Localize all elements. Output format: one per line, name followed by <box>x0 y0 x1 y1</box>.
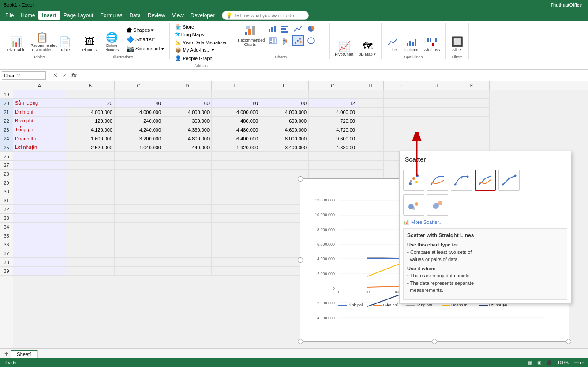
row-21[interactable]: 21 <box>0 108 13 117</box>
pivot-chart-button[interactable]: 📈 PivotChart <box>333 41 355 57</box>
cell-j22[interactable] <box>419 117 454 125</box>
menu-data[interactable]: Data <box>126 11 144 20</box>
menu-developer[interactable]: Developer <box>187 11 218 20</box>
visio-button[interactable]: 📐 Visio Data Visualizer <box>173 38 228 46</box>
cell-g24[interactable]: 9.600.00 <box>309 134 357 143</box>
cell-c22[interactable]: 240.000 <box>115 117 163 125</box>
scatter-straight-markers-button[interactable] <box>498 170 520 191</box>
row-33[interactable]: 33 <box>0 214 13 223</box>
cell-d20[interactable]: 60 <box>163 99 212 108</box>
resize-handle-bl[interactable] <box>298 339 303 344</box>
menu-formulas[interactable]: Formulas <box>97 11 126 20</box>
zoom-slider[interactable]: ━━●━ <box>574 360 584 365</box>
line-sparkline-button[interactable]: Line <box>385 36 401 53</box>
hierarchy-chart-button[interactable] <box>266 35 279 46</box>
screenshot-button[interactable]: 📷 Screenshot ▾ <box>125 44 166 53</box>
formula-input[interactable] <box>80 71 586 80</box>
cell-a26[interactable] <box>13 152 66 161</box>
fx-button[interactable]: fx <box>70 72 78 79</box>
scatter-straight-button[interactable] <box>475 170 496 191</box>
row-39[interactable]: 39 <box>0 267 13 276</box>
cell-k19[interactable] <box>454 90 490 99</box>
cell-h19[interactable] <box>357 90 384 99</box>
cell-b24[interactable]: 1.600.000 <box>66 134 115 143</box>
cell-g23[interactable]: 4.720.00 <box>309 125 357 134</box>
cell-a23[interactable]: Tổng phí <box>13 125 66 134</box>
cell-a20[interactable]: Sản lượng <box>13 99 66 108</box>
cell-e20[interactable]: 80 <box>212 99 260 108</box>
scatter-chart-button[interactable] <box>292 35 304 46</box>
cell-c23[interactable]: 4.240.000 <box>115 125 163 134</box>
more-scatter-link[interactable]: 📊 More Scatter... <box>403 219 567 225</box>
bubble-button[interactable] <box>403 194 424 216</box>
row-27[interactable]: 27 <box>0 161 13 170</box>
shapes-button[interactable]: ⬟ Shapes ▾ <box>125 26 166 34</box>
cell-a21[interactable]: Định phí <box>13 108 66 117</box>
tell-me-input[interactable] <box>234 13 305 18</box>
cell-e25[interactable]: 1.920.000 <box>212 143 260 152</box>
cell-g21[interactable]: 4.000.00 <box>309 108 357 117</box>
view-normal[interactable]: ▦ <box>528 360 532 365</box>
cell-j21[interactable] <box>419 108 454 117</box>
cell-k24[interactable] <box>454 134 490 143</box>
col-header-a[interactable]: A <box>13 81 66 90</box>
recommended-pivot-button[interactable]: 📋 Recommended PivotTables <box>29 32 56 53</box>
col-header-f[interactable]: F <box>260 81 309 90</box>
cell-h22[interactable] <box>357 117 384 125</box>
cell-a24[interactable]: Doanh thu <box>13 134 66 143</box>
cell-c26[interactable] <box>115 152 163 161</box>
cell-c21[interactable]: 4.000.000 <box>115 108 163 117</box>
cell-f23[interactable]: 4.600.000 <box>260 125 309 134</box>
cell-i20[interactable] <box>384 99 419 108</box>
winloss-sparkline-button[interactable]: Win/Loss <box>422 36 442 53</box>
column-sparkline-button[interactable]: Column <box>403 36 420 53</box>
cell-k23[interactable] <box>454 125 490 134</box>
bubble-3d-button[interactable] <box>427 194 448 216</box>
stats-chart-button[interactable] <box>279 35 292 46</box>
recommended-charts-button[interactable]: Recommended Charts <box>236 23 264 48</box>
cell-h21[interactable] <box>357 108 384 117</box>
cell-j19[interactable] <box>419 90 454 99</box>
menu-page-layout[interactable]: Page Layout <box>60 11 97 20</box>
row-28[interactable]: 28 <box>0 170 13 178</box>
col-header-d[interactable]: D <box>163 81 212 90</box>
cell-g25[interactable]: 4.880.00 <box>309 143 357 152</box>
waterfall-chart-button[interactable] <box>305 35 317 46</box>
pivot-table-button[interactable]: 📊 PivotTable <box>5 36 27 53</box>
store-button[interactable]: 🏪 Store <box>173 23 228 30</box>
scatter-smooth-markers-button[interactable] <box>451 170 472 191</box>
col-header-i[interactable]: I <box>384 81 419 90</box>
menu-home[interactable]: Home <box>17 11 38 20</box>
pie-chart-button[interactable] <box>305 23 317 34</box>
cell-a19[interactable] <box>13 90 66 99</box>
cell-h26[interactable] <box>357 152 384 161</box>
menu-insert[interactable]: Insert <box>38 11 60 20</box>
cell-d23[interactable]: 4.360.000 <box>163 125 212 134</box>
row-30[interactable]: 30 <box>0 187 13 196</box>
col-header-k[interactable]: K <box>454 81 490 90</box>
cell-c20[interactable]: 40 <box>115 99 163 108</box>
cell-h20[interactable] <box>357 99 384 108</box>
menu-file[interactable]: File <box>2 11 17 20</box>
resize-handle-br[interactable] <box>566 339 571 344</box>
cell-f21[interactable]: 4.000.000 <box>260 108 309 117</box>
3d-map-button[interactable]: 🗺 3D Map ▾ <box>357 41 378 57</box>
row-19[interactable]: 19 <box>0 90 13 99</box>
view-layout[interactable]: ▣ <box>537 360 541 365</box>
cell-f20[interactable]: 100 <box>260 99 309 108</box>
cell-d22[interactable]: 360.000 <box>163 117 212 125</box>
column-chart-button[interactable] <box>266 23 279 34</box>
cancel-formula-button[interactable]: ✕ <box>52 72 59 79</box>
cell-b23[interactable]: 4.120.000 <box>66 125 115 134</box>
table-button[interactable]: 📄 Table <box>57 36 73 53</box>
row-37[interactable]: 37 <box>0 249 13 258</box>
cell-c19[interactable] <box>115 90 163 99</box>
cell-e26[interactable] <box>212 152 260 161</box>
name-box[interactable] <box>2 71 46 80</box>
cell-i19[interactable] <box>384 90 419 99</box>
people-graph-button[interactable]: 👤 People Graph <box>173 54 228 62</box>
cell-e21[interactable]: 4.000.000 <box>212 108 260 117</box>
cell-f25[interactable]: 3.400.000 <box>260 143 309 152</box>
cell-b21[interactable]: 4.000.000 <box>66 108 115 117</box>
view-page[interactable]: ⬛ <box>547 360 552 365</box>
